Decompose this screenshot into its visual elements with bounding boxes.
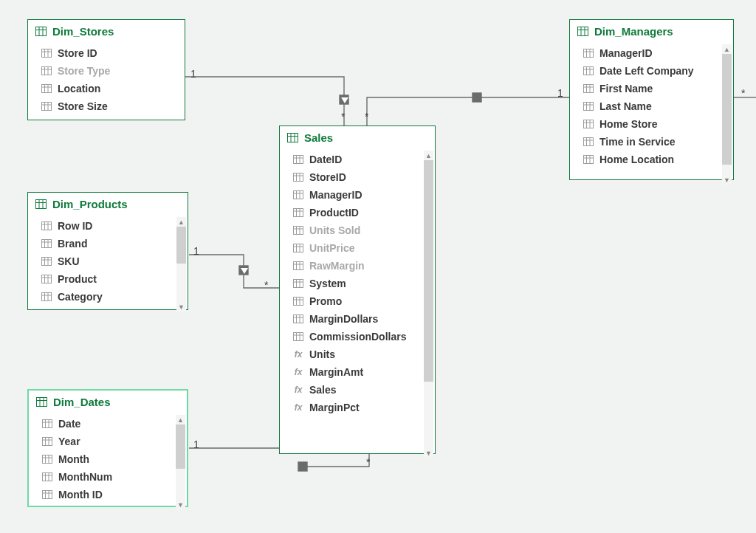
svg-rect-96 — [584, 138, 594, 146]
scroll-thumb[interactable] — [176, 227, 186, 264]
scrollbar[interactable]: ▲ ▼ — [424, 151, 433, 458]
field-row[interactable]: DateID — [280, 151, 435, 168]
card-products-one: 1 — [193, 245, 199, 257]
table-dim-stores[interactable]: Dim_Stores Store ID Store Type Location … — [27, 19, 185, 120]
svg-rect-100 — [584, 156, 594, 164]
field-row[interactable]: fxMarginPct — [280, 399, 435, 416]
field-row[interactable]: Last Name — [570, 97, 733, 115]
field-row[interactable]: Product — [28, 270, 188, 288]
svg-rect-124 — [294, 227, 303, 235]
table-title: Sales — [304, 131, 333, 144]
column-icon — [293, 244, 303, 252]
field-row[interactable]: UnitPrice — [280, 239, 435, 257]
field-row[interactable]: Promo — [280, 292, 435, 310]
field-row[interactable]: MonthNum — [29, 468, 187, 486]
svg-rect-28 — [42, 222, 52, 230]
card-products-many: * — [264, 279, 268, 291]
field-row[interactable]: Month ID — [29, 486, 187, 503]
field-row[interactable]: Time in Service — [570, 133, 733, 151]
field-label: UnitPrice — [309, 242, 354, 254]
field-row[interactable]: MarginDollars — [280, 310, 435, 328]
table-dim-products[interactable]: Dim_Products ▲ ▼ Row ID Brand SKU Produc… — [27, 192, 188, 310]
scroll-up-icon[interactable]: ▲ — [722, 44, 732, 54]
svg-rect-56 — [43, 438, 52, 446]
field-row[interactable]: ManagerID — [570, 44, 733, 62]
svg-rect-112 — [294, 173, 303, 182]
field-label: Product — [58, 273, 97, 285]
column-icon — [41, 239, 52, 248]
table-sales[interactable]: Sales ▲ ▼ DateID StoreID ManagerID Produ… — [279, 125, 436, 454]
scroll-up-icon[interactable]: ▲ — [176, 217, 186, 227]
table-header[interactable]: Dim_Dates — [29, 391, 187, 413]
svg-rect-84 — [584, 85, 594, 93]
svg-rect-92 — [584, 120, 594, 128]
svg-rect-136 — [294, 280, 303, 288]
table-header[interactable]: Dim_Managers — [570, 20, 733, 43]
field-row[interactable]: Units Sold — [280, 221, 435, 239]
table-header[interactable]: Sales — [280, 126, 435, 149]
scroll-down-icon[interactable]: ▼ — [176, 500, 185, 509]
scrollbar[interactable]: ▲ ▼ — [722, 44, 732, 185]
scroll-up-icon[interactable]: ▲ — [176, 415, 185, 424]
field-label: Home Location — [599, 154, 674, 165]
svg-rect-148 — [294, 333, 303, 341]
table-header[interactable]: Dim_Stores — [28, 20, 185, 43]
field-row[interactable]: Row ID — [28, 217, 188, 235]
field-row[interactable]: Home Location — [570, 151, 733, 168]
scroll-thumb[interactable] — [176, 424, 185, 469]
scroll-down-icon[interactable]: ▼ — [722, 175, 732, 185]
field-row[interactable]: fxSales — [280, 381, 435, 399]
table-dim-managers[interactable]: Dim_Managers ▲ ▼ ManagerID Date Left Com… — [569, 19, 734, 180]
svg-rect-144 — [294, 315, 303, 323]
scroll-down-icon[interactable]: ▼ — [176, 302, 186, 312]
table-icon — [35, 27, 47, 36]
field-row[interactable]: Year — [29, 433, 187, 450]
field-row[interactable]: Store Size — [28, 97, 185, 115]
column-icon — [583, 155, 594, 164]
field-row[interactable]: RawMargin — [280, 257, 435, 275]
scroll-thumb[interactable] — [424, 160, 433, 382]
scrollbar[interactable]: ▲ ▼ — [176, 217, 186, 312]
column-icon — [293, 279, 303, 288]
field-row[interactable]: First Name — [570, 80, 733, 97]
scroll-down-icon[interactable]: ▼ — [424, 448, 433, 458]
table-title: Dim_Dates — [53, 396, 111, 408]
field-row[interactable]: ManagerID — [280, 186, 435, 204]
field-row[interactable]: Location — [28, 80, 185, 97]
field-row[interactable]: StoreID — [280, 168, 435, 186]
field-row[interactable]: CommissionDollars — [280, 328, 435, 345]
field-row[interactable]: System — [280, 275, 435, 292]
field-row[interactable]: Category — [28, 288, 188, 306]
field-label: Store ID — [58, 47, 97, 59]
field-row[interactable]: Store ID — [28, 44, 185, 62]
svg-rect-116 — [294, 191, 303, 199]
field-row[interactable]: Store Type — [28, 62, 185, 80]
svg-rect-1 — [472, 93, 481, 102]
table-body: ▲ ▼ DateID StoreID ManagerID ProductID U… — [280, 149, 435, 459]
svg-rect-52 — [43, 420, 52, 428]
table-dim-dates[interactable]: Dim_Dates ▲ ▼ Date Year Month MonthNum M… — [27, 389, 188, 507]
svg-rect-140 — [294, 298, 303, 306]
field-row[interactable]: fxUnits — [280, 345, 435, 363]
field-label: CommissionDollars — [309, 331, 406, 343]
field-label: Date Left Company — [599, 65, 694, 77]
measure-icon: fx — [293, 385, 303, 394]
scroll-thumb[interactable] — [722, 54, 732, 165]
svg-rect-64 — [43, 473, 52, 481]
field-row[interactable]: Brand — [28, 235, 188, 252]
field-row[interactable]: ProductID — [280, 204, 435, 221]
field-row[interactable]: Home Store — [570, 115, 733, 133]
table-title: Dim_Stores — [52, 25, 114, 38]
table-body: ▲ ▼ Date Year Month MonthNum Month ID — [29, 413, 187, 511]
model-canvas[interactable]: 1 * * 1 * 1 * 1 * Dim_Stores Store ID St… — [0, 0, 756, 533]
field-row[interactable]: Month — [29, 450, 187, 468]
column-icon — [583, 49, 594, 58]
table-title: Dim_Products — [52, 198, 128, 210]
field-row[interactable]: SKU — [28, 252, 188, 270]
scroll-up-icon[interactable]: ▲ — [424, 151, 433, 160]
field-row[interactable]: fxMarginAmt — [280, 363, 435, 381]
field-label: Sales — [309, 384, 337, 396]
table-header[interactable]: Dim_Products — [28, 193, 188, 216]
field-row[interactable]: Date Left Company — [570, 62, 733, 80]
field-row[interactable]: Date — [29, 415, 187, 433]
